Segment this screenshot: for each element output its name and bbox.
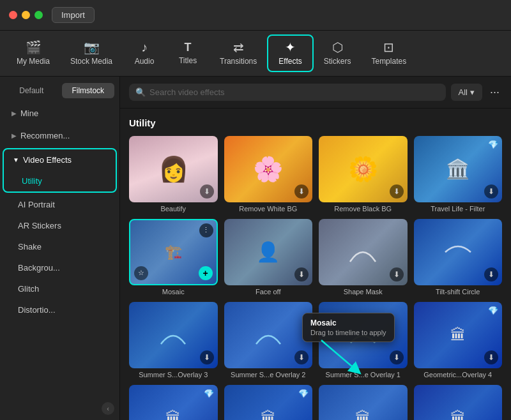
sidebar-tab-default[interactable]: Default	[5, 83, 58, 98]
effect-thumb-geo-overlay1: 🏛 ⬇	[319, 385, 408, 420]
import-button[interactable]: Import	[52, 7, 95, 23]
sidebar-tab-group: Default Filmstock	[0, 77, 119, 102]
effect-thumb-summer-overlay2: ⬇	[224, 302, 313, 368]
effect-thumb-geo-overlay4: 🏛 💎 ⬇	[414, 302, 503, 368]
expand-arrow-mine: ▶	[11, 110, 17, 117]
nav-item-audio[interactable]: ♪ Audio	[123, 36, 166, 71]
nav-label-titles: Titles	[179, 56, 197, 65]
download-icon-summer3[interactable]: ⬇	[200, 350, 214, 364]
effect-card-geo-overlay1[interactable]: 🏛 ⬇ Geometric...- Overlay 1	[319, 385, 408, 420]
effect-thumb-mosaic: 🏗️ ⋮ ☆ +	[129, 219, 218, 285]
effect-label-shape-mask: Shape Mask	[319, 288, 408, 296]
sidebar-item-distortion[interactable]: Distortio...	[0, 299, 119, 320]
sidebar-item-ai-portrait[interactable]: AI Portrait	[0, 194, 119, 215]
sidebar-item-mine[interactable]: ▶ Mine	[3, 103, 117, 124]
transitions-icon: ⇄	[233, 41, 244, 54]
close-button[interactable]	[9, 11, 17, 19]
sidebar-item-ar-stickers[interactable]: AR Stickers	[0, 215, 119, 236]
effect-card-shape-mask[interactable]: ⬇ Shape Mask	[319, 219, 408, 296]
sidebar: Default Filmstock ▶ Mine ▶ Recommen... ▼…	[0, 77, 120, 420]
sidebar-label-recommended: Recommen...	[20, 131, 70, 140]
nav-label-my-media: My Media	[17, 57, 50, 66]
download-icon-remove-white[interactable]: ⬇	[294, 184, 309, 199]
nav-item-my-media[interactable]: 🎬 My Media	[6, 36, 60, 71]
effect-label-summer-overlay2: Summer S...e Overlay 2	[224, 371, 313, 379]
effect-card-remove-white-bg[interactable]: 🌸 ⬇ Remove White BG	[224, 136, 313, 213]
effect-card-mosaic[interactable]: 🏗️ ⋮ ☆ + Mosaic	[129, 219, 218, 296]
filter-arrow-icon: ▾	[470, 87, 475, 97]
geo4b-preview: 🏛	[414, 385, 503, 420]
more-options-button[interactable]: ···	[487, 83, 502, 101]
traffic-lights	[9, 11, 43, 19]
sidebar-label-mine: Mine	[20, 109, 38, 118]
download-icon-geo4[interactable]: ⬇	[484, 350, 498, 364]
effect-thumb-remove-white-bg: 🌸 ⬇	[224, 136, 313, 202]
sidebar-item-glitch[interactable]: Glitch	[0, 278, 119, 299]
effect-thumb-face-off: 👤 ⬇	[224, 219, 313, 285]
badge-icon-geo2: 💎	[298, 389, 309, 398]
star-button-mosaic[interactable]: ☆	[134, 266, 148, 280]
audio-icon: ♪	[141, 41, 148, 54]
sidebar-item-shake[interactable]: Shake	[0, 236, 119, 257]
sidebar-label-video-effects: Video Effects	[23, 155, 72, 165]
nav-label-stock-media: Stock Media	[70, 57, 112, 66]
nav-item-effects[interactable]: ✦ Effects	[267, 34, 313, 72]
badge-icon-geo3: 💎	[204, 389, 214, 398]
effect-card-geo-overlay3[interactable]: 🏛 💎 ⬇ Geometric...- Overlay 3	[129, 385, 218, 420]
geo1-preview: 🏛	[319, 385, 408, 420]
nav-item-stock-media[interactable]: 📷 Stock Media	[60, 36, 123, 71]
nav-item-titles[interactable]: T Titles	[166, 36, 210, 70]
svg-line-0	[321, 340, 356, 370]
maximize-button[interactable]	[34, 11, 43, 19]
effect-card-summer-overlay3[interactable]: ⬇ Summer S...Overlay 3	[129, 302, 218, 379]
effect-label-geo-overlay4: Geometric...Overlay 4	[414, 371, 503, 379]
effect-card-face-off[interactable]: 👤 ⬇ Face off	[224, 219, 313, 296]
titlebar: Import	[0, 0, 511, 31]
effect-card-travel-life[interactable]: 🏛️ 💎 ⬇ Travel Life - Filter	[414, 136, 503, 213]
effect-card-beautify[interactable]: 👩 ⬇ Beautify	[129, 136, 218, 213]
effect-label-remove-black-bg: Remove Black BG	[319, 205, 408, 213]
download-icon-summer1[interactable]: ⬇	[390, 350, 404, 364]
titles-icon: T	[185, 41, 192, 53]
main-layout: Default Filmstock ▶ Mine ▶ Recommen... ▼…	[0, 77, 511, 420]
sidebar-item-recommended[interactable]: ▶ Recommen...	[3, 125, 117, 146]
add-button-mosaic[interactable]: +	[199, 266, 213, 280]
sidebar-item-utility[interactable]: Utility	[4, 171, 116, 191]
effect-label-beautify: Beautify	[129, 205, 218, 213]
effect-card-geo-overlay4[interactable]: 🏛 💎 ⬇ Geometric...Overlay 4	[414, 302, 503, 379]
stock-media-icon: 📷	[84, 41, 100, 54]
nav-item-templates[interactable]: ⊡ Templates	[361, 36, 416, 71]
filter-button[interactable]: All ▾	[451, 84, 482, 101]
nav-item-stickers[interactable]: ⬡ Stickers	[314, 36, 362, 71]
effect-thumb-geo-overlay4b: 🏛 ⬇	[414, 385, 503, 420]
collapse-icon[interactable]: ‹	[102, 402, 114, 415]
download-icon-beautify[interactable]: ⬇	[200, 184, 214, 199]
nav-item-transitions[interactable]: ⇄ Transitions	[210, 36, 267, 71]
more-action-icon[interactable]: ⋮	[199, 223, 213, 237]
tooltip-title: Mosaic	[310, 319, 386, 327]
sidebar-item-video-effects[interactable]: ▼ Video Effects	[4, 149, 116, 170]
content-area: 🔍 All ▾ ··· Utility 👩 ⬇ Beautify	[120, 77, 511, 420]
sidebar-item-background[interactable]: Backgrou...	[0, 257, 119, 278]
sidebar-label-utility: Utility	[22, 176, 42, 186]
effect-card-remove-black-bg[interactable]: 🌼 ⬇ Remove Black BG	[319, 136, 408, 213]
effect-card-geo-overlay4b[interactable]: 🏛 ⬇ Geometric...- Overlay 4	[414, 385, 503, 420]
effect-thumb-summer-overlay3: ⬇	[129, 302, 218, 368]
sidebar-collapse[interactable]: ‹	[0, 397, 119, 420]
search-input[interactable]	[149, 87, 439, 97]
minimize-button[interactable]	[22, 11, 30, 19]
sidebar-tab-filmstock[interactable]: Filmstock	[62, 83, 115, 98]
download-icon-shape-mask[interactable]: ⬇	[390, 267, 404, 281]
effect-card-geo-overlay2[interactable]: 🏛 💎 ⬇ Geometric...- Overlay 2	[224, 385, 313, 420]
download-icon-face-off[interactable]: ⬇	[294, 267, 309, 281]
effect-label-mosaic: Mosaic	[129, 288, 218, 296]
top-navigation: 🎬 My Media 📷 Stock Media ♪ Audio T Title…	[0, 31, 511, 77]
download-icon-remove-black[interactable]: ⬇	[390, 184, 404, 199]
download-icon-summer2[interactable]: ⬇	[294, 350, 309, 364]
effect-card-tilt-shift[interactable]: ⬇ Tilt-shift Circle	[414, 219, 503, 296]
download-icon-travel-life[interactable]: ⬇	[484, 184, 498, 199]
download-icon-tilt-shift[interactable]: ⬇	[484, 267, 498, 281]
sidebar-label-ar-stickers: AR Stickers	[18, 221, 61, 230]
nav-label-stickers: Stickers	[324, 57, 351, 66]
effect-card-summer-overlay2[interactable]: ⬇ Summer S...e Overlay 2	[224, 302, 313, 379]
